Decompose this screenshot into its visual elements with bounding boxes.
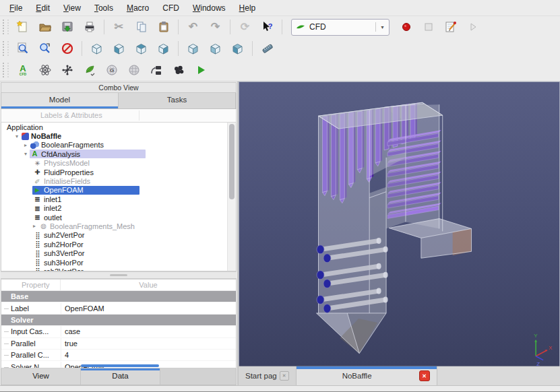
tab-model[interactable]: Model <box>1 93 119 108</box>
tab-data[interactable]: Data <box>81 368 160 385</box>
tab-view[interactable]: View <box>1 368 81 385</box>
view-rear-button[interactable] <box>184 40 202 57</box>
solve-button[interactable] <box>191 61 210 79</box>
copy-button[interactable] <box>132 18 150 36</box>
tree-item[interactable]: ▸ ◍ BooleanFragments_Mesh <box>1 222 236 230</box>
tree-item[interactable]: ≣ inlet2 <box>1 204 236 213</box>
menu-item[interactable]: CFD <box>156 1 186 15</box>
property-scrollbar-thumb[interactable] <box>81 364 159 367</box>
print-button[interactable] <box>80 18 98 36</box>
property-row[interactable]: Parallel C... 4 <box>1 350 236 361</box>
tree-scrollbar[interactable] <box>227 123 236 271</box>
menu-item[interactable]: Macro <box>120 1 156 15</box>
tab-start-page[interactable]: Start pag ✕ <box>239 366 297 385</box>
tree-item[interactable]: ⣿ suh3VertPor <box>1 249 236 257</box>
menu-item[interactable]: View <box>57 1 88 15</box>
mesh-gmsh-button[interactable]: G <box>102 61 121 79</box>
tree-item[interactable]: ≣ inlet1 <box>1 195 236 203</box>
tab-document-nobaffle[interactable]: NoBaffle ✕ <box>297 366 437 385</box>
redo-button[interactable]: ↷ <box>206 18 224 36</box>
panel-splitter[interactable] <box>1 271 237 279</box>
view-left-icon <box>231 42 244 55</box>
tree-item[interactable]: ✚ FluidProperties <box>1 168 236 176</box>
expander-icon[interactable]: ▾ <box>22 151 30 157</box>
fit-all-button[interactable] <box>13 40 32 57</box>
tree-item[interactable]: ▾ NoBaffle <box>1 131 236 140</box>
close-document-icon[interactable]: ✕ <box>419 370 430 381</box>
chevron-down-icon: ▼ <box>375 22 385 32</box>
whats-this-button[interactable]: ? <box>258 18 276 36</box>
view-rear-icon <box>187 42 199 55</box>
new-document-button[interactable] <box>13 18 32 36</box>
view-bottom-icon <box>209 42 222 55</box>
view-left-button[interactable] <box>228 40 247 57</box>
expander-icon[interactable]: ▾ <box>13 133 21 139</box>
initialise-fields-button[interactable] <box>80 61 98 79</box>
viewport-3d[interactable]: Y X Z <box>239 81 560 366</box>
tree-item[interactable]: ✳ PhysicsModel <box>1 159 236 168</box>
fluid-boundary-button[interactable] <box>147 61 165 79</box>
tree-item[interactable]: Application <box>1 123 236 131</box>
toolbar-grip[interactable] <box>3 41 9 56</box>
workbench-selector[interactable]: CFD ▼ <box>291 19 390 36</box>
draw-style-button[interactable] <box>58 40 76 57</box>
toolbar-grip[interactable] <box>3 20 9 34</box>
fluid-properties-button[interactable] <box>58 61 76 79</box>
property-row-gutter <box>1 338 11 349</box>
toolbar-grip[interactable] <box>3 63 9 77</box>
tree-item[interactable]: ⣿ suh2VertPor <box>1 231 236 240</box>
save-document-button[interactable] <box>58 18 76 36</box>
combo-view-title: Combo View <box>1 82 237 93</box>
paste-icon <box>157 20 170 34</box>
workbench-selector-value: CFD <box>309 22 372 32</box>
tab-tasks[interactable]: Tasks <box>119 93 236 108</box>
copy-icon <box>135 20 148 34</box>
tree-item[interactable]: ▾ A CfdAnalysis <box>1 150 236 158</box>
property-row[interactable]: Label OpenFOAM <box>1 302 236 314</box>
tree-item[interactable]: ⣿ reh2VertPor <box>1 267 236 271</box>
tree-item[interactable]: ⣿ suh2HorPor <box>1 240 236 249</box>
macro-debug-button[interactable] <box>464 18 482 36</box>
view-axonometric-button[interactable] <box>88 40 106 57</box>
whats-this-icon: ? <box>261 20 274 34</box>
paste-button[interactable] <box>154 18 173 36</box>
expander-icon[interactable]: ▸ <box>22 142 30 148</box>
view-front-button[interactable] <box>110 40 128 57</box>
view-top-button[interactable] <box>132 40 150 57</box>
refresh-button[interactable]: ⟳ <box>236 18 254 36</box>
macro-stop-button[interactable] <box>419 18 437 36</box>
menu-item[interactable]: Help <box>232 1 263 15</box>
tree-item[interactable]: ▶ OpenFOAM <box>1 186 236 195</box>
tree-scrollbar-thumb[interactable] <box>229 124 235 199</box>
measure-button[interactable] <box>258 40 276 57</box>
expander-icon[interactable]: ▸ <box>30 223 38 229</box>
menu-item[interactable]: Tools <box>88 1 120 15</box>
property-row[interactable]: Input Cas... case <box>1 326 236 337</box>
menu-item[interactable]: Edit <box>29 1 57 15</box>
macro-edit-button[interactable] <box>441 18 460 36</box>
open-document-button[interactable] <box>36 18 54 36</box>
tree-item[interactable]: ≣ outlet <box>1 213 236 222</box>
close-start-page-icon[interactable]: ✕ <box>280 371 289 381</box>
tree-item[interactable]: ▸ BooleanFragments <box>1 141 236 150</box>
view-right-button[interactable] <box>154 40 173 57</box>
property-row[interactable]: Solver <box>1 315 236 326</box>
undo-button[interactable]: ↶ <box>184 18 202 36</box>
cut-button[interactable]: ✂ <box>110 18 128 36</box>
menu-item[interactable]: File <box>3 1 29 15</box>
menu-item[interactable]: Windows <box>186 1 232 15</box>
mesh-refinement-button[interactable] <box>125 61 143 79</box>
zoom-selection-button[interactable] <box>36 40 54 57</box>
menu-bar: File Edit View Tools Macro CFD Windows H… <box>0 0 560 16</box>
tree-item[interactable]: ✐ InitialiseFields <box>1 176 236 185</box>
porous-zone-button[interactable] <box>169 61 187 79</box>
physics-model-button[interactable] <box>36 61 54 79</box>
undo-icon: ↶ <box>189 22 197 32</box>
tree-item[interactable]: ⣿ suh3HorPor <box>1 258 236 267</box>
property-row[interactable]: Parallel true <box>1 338 236 350</box>
cfd-analysis-button[interactable]: ACFD <box>13 61 32 79</box>
property-row[interactable]: Base <box>1 291 236 302</box>
view-bottom-button[interactable] <box>206 40 224 57</box>
viewport-canvas[interactable]: Y X Z <box>239 82 559 366</box>
macro-record-button[interactable] <box>397 18 415 36</box>
